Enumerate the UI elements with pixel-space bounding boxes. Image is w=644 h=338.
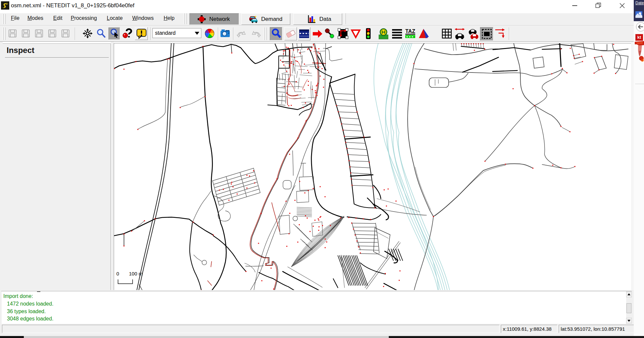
svg-text:TAZ: TAZ	[405, 28, 415, 34]
